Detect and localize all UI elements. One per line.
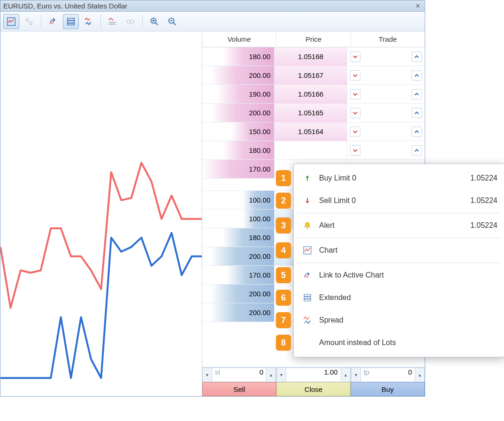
blank-icon xyxy=(301,337,313,349)
annotation-badge: 2 xyxy=(276,193,291,209)
svg-point-9 xyxy=(130,20,134,23)
svg-line-11 xyxy=(156,23,158,25)
vol-up[interactable]: ▴ xyxy=(341,368,351,382)
toolbar-separator xyxy=(41,15,41,28)
tp-input[interactable]: tp0 xyxy=(360,368,415,382)
zoom-in-button[interactable] xyxy=(146,14,162,29)
volume-bar: 170.00 xyxy=(227,266,274,284)
vol-down[interactable]: ▾ xyxy=(276,368,286,382)
menu-item-link-to-active-chart[interactable]: 5Link to Active Chart xyxy=(294,264,504,286)
dom-row[interactable]: 180.00 xyxy=(202,141,425,160)
dom-row[interactable]: 150.001.05164 xyxy=(202,122,425,141)
volume-bar: 190.00 xyxy=(217,85,275,103)
svg-point-2 xyxy=(30,22,32,24)
dom-row[interactable]: 180.001.05168 xyxy=(202,47,425,66)
bell-icon xyxy=(301,219,313,232)
buy-arrow-button[interactable] xyxy=(412,127,422,137)
tick-chart xyxy=(0,31,202,396)
menu-label: Sell Limit 0 xyxy=(319,196,356,205)
extended-button[interactable] xyxy=(63,14,79,29)
close-button-trade[interactable]: Close xyxy=(276,382,351,396)
tp-up[interactable]: ▴ xyxy=(415,368,425,382)
buy-arrow-button[interactable] xyxy=(412,52,422,62)
menu-item-extended[interactable]: 6Extended xyxy=(294,286,504,309)
col-trade: Trade xyxy=(351,31,425,47)
menu-price: 1.05224 xyxy=(470,196,497,205)
spread-button[interactable] xyxy=(81,14,97,29)
volume-bar: 200.00 xyxy=(211,66,274,84)
sell-arrow-button[interactable] xyxy=(350,145,360,156)
toolbar-separator xyxy=(142,15,143,28)
menu-separator xyxy=(298,213,500,213)
link-icon xyxy=(301,269,313,281)
menu-label: Amount instead of Lots xyxy=(319,338,396,347)
ext-icon xyxy=(301,292,313,304)
menu-item-buy-limit-0[interactable]: 1Buy Limit 01.05224 xyxy=(294,167,504,189)
annotation-badge: 8 xyxy=(276,335,291,351)
sell-arrow-button[interactable] xyxy=(350,108,360,118)
svg-rect-21 xyxy=(304,299,311,301)
chart-toggle-button[interactable] xyxy=(3,14,19,29)
menu-label: Link to Active Chart xyxy=(319,271,384,279)
menu-separator xyxy=(298,238,500,238)
volume-bar: 200.00 xyxy=(211,247,274,265)
buy-arrow-button[interactable] xyxy=(412,70,422,81)
menu-item-chart[interactable]: 4Chart xyxy=(294,239,504,262)
buy-button[interactable]: Buy xyxy=(351,382,425,396)
annotation-badge: 7 xyxy=(276,312,291,328)
dom-row[interactable]: 200.001.05165 xyxy=(202,104,425,122)
sl-input[interactable]: sl0 xyxy=(212,368,267,382)
annotation-badge: 3 xyxy=(276,218,291,233)
zoom-out-button[interactable] xyxy=(164,14,180,29)
close-button[interactable]: × xyxy=(414,2,422,10)
svg-point-17 xyxy=(307,228,308,229)
link-chart-button[interactable] xyxy=(45,14,61,29)
annotation-badge: 5 xyxy=(276,267,291,283)
tp-down[interactable]: ▾ xyxy=(351,368,360,382)
menu-label: Alert xyxy=(319,221,335,230)
spread-icon xyxy=(301,314,313,326)
col-volume: Volume xyxy=(202,31,276,47)
col-price: Price xyxy=(276,31,351,47)
circles-button[interactable] xyxy=(122,14,138,29)
svg-point-1 xyxy=(26,18,29,21)
menu-price: 1.05224 xyxy=(470,221,497,230)
menu-item-sell-limit-0[interactable]: 2Sell Limit 01.05224 xyxy=(294,189,504,212)
sell-arrow-button[interactable] xyxy=(350,52,360,62)
volume-bar: 180.00 xyxy=(222,228,274,247)
svg-rect-20 xyxy=(304,297,311,299)
menu-item-amount-instead-of-lots[interactable]: 8Amount instead of Lots xyxy=(294,331,504,354)
menu-label: Extended xyxy=(319,293,351,302)
dom-row[interactable]: 200.001.05167 xyxy=(202,66,425,85)
volume-bar: 180.00 xyxy=(222,141,274,159)
menu-separator xyxy=(298,263,500,263)
sell-arrow-button[interactable] xyxy=(350,127,360,137)
crosshair-button[interactable] xyxy=(21,14,37,29)
sl-group: ▾ sl0 ▴ xyxy=(202,368,276,382)
sell-arrow-button[interactable] xyxy=(350,70,360,81)
svg-rect-3 xyxy=(68,18,75,20)
dom-row[interactable]: 190.001.05166 xyxy=(202,85,425,104)
vol-group: ▾ 1.00 ▴ xyxy=(276,368,351,382)
sell-arrow-button[interactable] xyxy=(350,89,360,99)
buy-arrow-button[interactable] xyxy=(412,89,422,99)
sl-up[interactable]: ▴ xyxy=(267,368,276,382)
buy-arrow-button[interactable] xyxy=(412,145,422,156)
buy-arrow-button[interactable] xyxy=(412,108,422,118)
vol-input[interactable]: 1.00 xyxy=(286,368,341,382)
volume-bar: 180.00 xyxy=(222,47,274,66)
annotation-badge: 6 xyxy=(276,290,291,306)
menu-item-spread[interactable]: 7Spread xyxy=(294,309,504,331)
footer-inputs: ▾ sl0 ▴ ▾ 1.00 ▴ ▾ tp0 ▴ xyxy=(202,367,425,382)
volume-bar: 150.00 xyxy=(231,122,274,141)
sl-down[interactable]: ▾ xyxy=(202,368,212,382)
trade-cell xyxy=(347,141,425,159)
volume-bar: 200.00 xyxy=(211,303,274,322)
price-cell: 1.05167 xyxy=(275,66,346,85)
toolbar xyxy=(0,12,425,31)
menu-item-alert[interactable]: 3Alert1.05224 xyxy=(294,214,504,237)
spread-lines-button[interactable] xyxy=(105,14,121,29)
sell-button[interactable]: Sell xyxy=(202,382,276,396)
titlebar: EURUSD, Euro vs. United States Dollar × xyxy=(0,0,425,12)
trade-cell xyxy=(347,47,425,66)
